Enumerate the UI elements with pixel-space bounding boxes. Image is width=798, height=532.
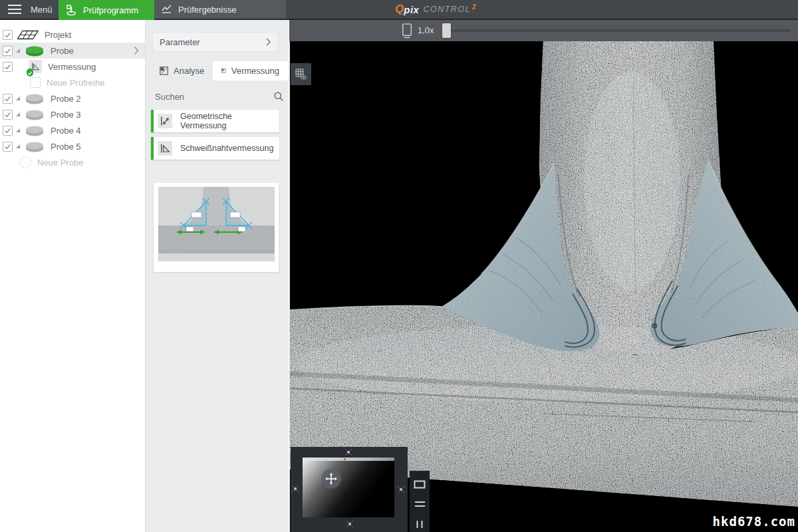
logo-mark: 2	[472, 3, 476, 11]
tree-item-label: Neue Probe	[37, 158, 83, 168]
search-row	[154, 86, 280, 106]
checkbox-checked[interactable]	[3, 126, 13, 136]
project-tree: Projekt Probe	[0, 27, 145, 170]
grid-toggle-button[interactable]	[291, 63, 311, 85]
tree-item-label: Projekt	[45, 30, 71, 40]
probe-disc-icon	[25, 125, 45, 136]
panel-tabs: Analyse Vermessung	[151, 61, 288, 80]
parameter-label: Parameter	[160, 37, 200, 47]
tree-item-label: Probe 3	[51, 110, 81, 120]
expander-icon[interactable]	[16, 112, 20, 116]
tab-analyse[interactable]: Analyse	[151, 61, 213, 80]
minimap-marker-dot	[344, 458, 346, 460]
fit-page-icon[interactable]	[401, 23, 413, 39]
tree-item-label: Probe 2	[51, 94, 81, 104]
search-icon[interactable]	[273, 91, 284, 102]
navigator-handle-bottom[interactable]	[346, 520, 354, 528]
distance-measure-icon	[158, 114, 172, 128]
vermessung-tab-icon	[221, 66, 225, 75]
tree-item-projekt[interactable]: Projekt	[0, 27, 145, 43]
qpix-control-window: Menü Prüfprogramm Prüfergebnisse Qpix CO…	[0, 0, 798, 532]
tool-geometrische-vermessung[interactable]: Geometrische Vermessung	[151, 110, 279, 132]
measurement-panel: Parameter Analyse Vermessun	[146, 20, 289, 532]
minimap-image-strip	[303, 458, 394, 461]
menu-label: Menü	[31, 5, 53, 15]
expander-icon[interactable]	[16, 96, 20, 100]
search-input[interactable]	[154, 91, 273, 102]
tree-item-probe-5[interactable]: Probe 5	[0, 138, 145, 154]
move-icon	[325, 472, 338, 485]
weld-thumbnail-image	[158, 187, 275, 261]
tree-item-probe-3[interactable]: Probe 3	[0, 106, 145, 122]
top-bar: Menü Prüfprogramm Prüfergebnisse Qpix CO…	[0, 0, 798, 20]
pan-button[interactable]	[321, 469, 341, 489]
checkbox-checked[interactable]	[3, 142, 13, 152]
measurement-ruler-icon	[29, 60, 42, 73]
tool-label: Schweißnahtvermessung	[180, 144, 273, 153]
chevron-right-icon	[134, 46, 139, 55]
tool-schweissnahtvermessung[interactable]: Schweißnahtvermessung	[151, 137, 279, 160]
tree-item-neue-probe[interactable]: Neue Probe	[0, 154, 145, 170]
tab-vermessung[interactable]: Vermessung	[213, 61, 288, 80]
viewer-canvas[interactable]: hkd678.com	[289, 41, 798, 532]
probe-disc-icon	[25, 109, 45, 120]
angle-ruler-icon	[158, 141, 172, 156]
expander-icon[interactable]	[16, 144, 20, 148]
tree-item-vermessung[interactable]: Vermessung	[0, 59, 145, 74]
parameter-header[interactable]: Parameter	[152, 32, 278, 52]
analyse-tab-icon	[160, 66, 168, 75]
checkbox-checked[interactable]	[3, 62, 13, 72]
navigator-handle-left[interactable]	[291, 485, 299, 493]
results-chart-icon	[161, 4, 172, 15]
rectangle-icon	[414, 480, 426, 489]
new-item-placeholder-icon	[30, 77, 41, 88]
hamburger-icon	[8, 5, 21, 14]
navigator-toolstrip	[410, 471, 430, 532]
tool-label: Geometrische Vermessung	[180, 112, 279, 130]
viewer-toolbar: 1,0x	[289, 20, 798, 41]
tab-pruefergebnisse[interactable]: Prüfergebnisse	[154, 0, 286, 19]
menu-button[interactable]: Menü	[0, 0, 59, 19]
project-grid-icon	[17, 30, 39, 40]
tab-pruefprogramm[interactable]: Prüfprogramm	[59, 0, 154, 20]
view-rect-button[interactable]	[412, 479, 427, 489]
tree-item-label: Probe 5	[51, 142, 81, 152]
grid-eye-icon	[295, 68, 307, 80]
checkbox-checked[interactable]	[3, 94, 13, 104]
checkbox-checked[interactable]	[3, 46, 13, 56]
probe-disc-icon	[25, 93, 45, 104]
expander-icon[interactable]	[16, 49, 20, 53]
navigator-handle-top[interactable]	[344, 448, 352, 456]
checkbox-checked[interactable]	[3, 30, 13, 40]
tree-item-neue-pruefreihe[interactable]: Neue Prüfreihe	[0, 74, 145, 90]
tree-item-probe-2[interactable]: Probe 2	[0, 90, 145, 106]
zoom-level-label: 1,0x	[418, 25, 434, 35]
weld-measurement-thumbnail[interactable]	[154, 183, 279, 272]
tree-item-label: Vermessung	[48, 62, 96, 72]
checkbox-checked[interactable]	[3, 110, 13, 120]
logo-pix: pix	[404, 4, 419, 15]
tree-item-probe[interactable]: Probe	[0, 43, 145, 59]
tab-analyse-label: Analyse	[174, 66, 204, 76]
vertical-bars-button[interactable]	[412, 519, 427, 529]
brand-logo: Qpix CONTROL 2	[395, 0, 476, 19]
double-lines-icon	[414, 500, 426, 508]
watermark: hkd678.com	[713, 514, 795, 529]
zoom-slider[interactable]	[443, 29, 790, 32]
sample-stand-icon	[65, 4, 77, 16]
tab-pruefprogramm-label: Prüfprogramm	[83, 5, 138, 15]
navigator-handle-right[interactable]	[397, 485, 405, 493]
zoom-slider-handle[interactable]	[442, 23, 451, 38]
project-tree-sidebar: Projekt Probe	[0, 20, 146, 532]
probe-disc-icon	[25, 141, 45, 152]
tree-item-probe-4[interactable]: Probe 4	[0, 122, 145, 138]
tab-vermessung-label: Vermessung	[231, 66, 279, 76]
horizontal-lines-button[interactable]	[412, 499, 427, 509]
expander-icon[interactable]	[16, 128, 20, 132]
tree-item-label: Probe 4	[51, 126, 81, 136]
probe-disc-icon	[25, 45, 45, 57]
chevron-right-icon	[266, 38, 271, 46]
new-probe-placeholder-icon	[19, 156, 31, 168]
image-viewer: 1,0x	[289, 20, 798, 532]
navigator-minimap[interactable]	[303, 458, 394, 517]
